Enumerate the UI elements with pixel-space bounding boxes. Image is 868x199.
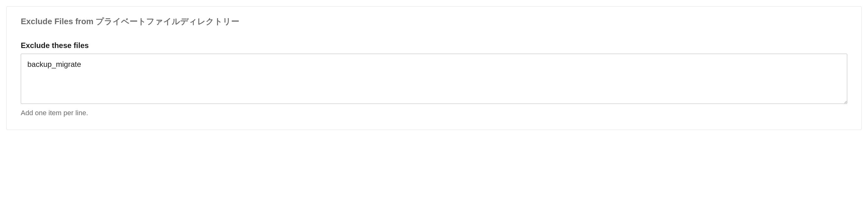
exclude-files-panel: Exclude Files from プライベートファイルディレクトリー Exc… <box>6 6 862 130</box>
field-help-text: Add one item per line. <box>21 109 847 117</box>
exclude-files-label: Exclude these files <box>21 41 847 50</box>
exclude-files-textarea[interactable] <box>21 54 847 104</box>
panel-title: Exclude Files from プライベートファイルディレクトリー <box>21 16 847 27</box>
